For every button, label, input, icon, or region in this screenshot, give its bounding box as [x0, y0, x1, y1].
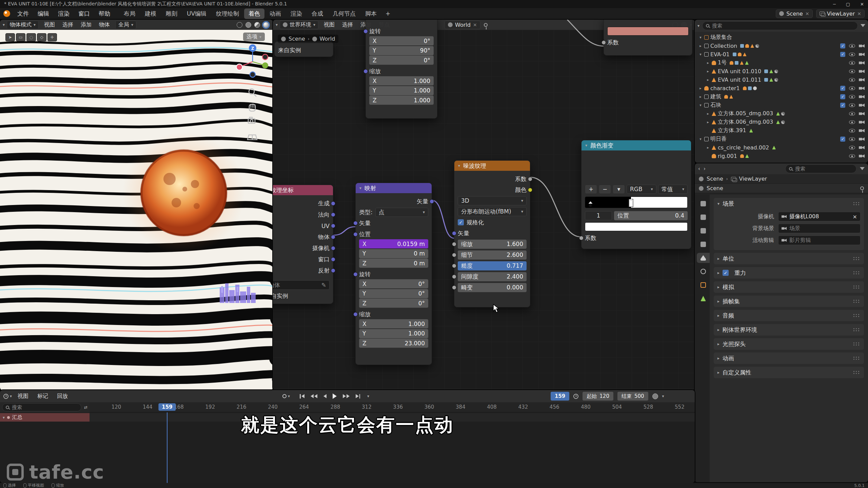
expander-icon[interactable]: ▾ — [697, 52, 704, 57]
eye-visibility-icon[interactable] — [849, 61, 855, 65]
mapping-缩放-Z-slider[interactable]: Z23.000 — [359, 339, 428, 348]
mapping-fragment-缩放-X-slider[interactable]: X1.000 — [369, 76, 434, 85]
expand-icon[interactable]: ▸ — [717, 313, 719, 318]
from-instancer-label[interactable]: 来自实例 — [273, 292, 288, 300]
tweak-tool-icon[interactable]: ➤ — [5, 33, 15, 41]
eye-visibility-icon[interactable] — [849, 120, 855, 124]
output-socket-摄像机[interactable] — [331, 246, 335, 250]
jump-to-end-button[interactable] — [353, 394, 363, 399]
pin-icon[interactable] — [860, 186, 864, 190]
properties-tab-viewlayer[interactable] — [697, 239, 710, 249]
properties-search[interactable]: 搜索 — [785, 164, 856, 173]
mapping-fragment-缩放-input-socket[interactable] — [363, 69, 368, 74]
frame-end-field[interactable]: 结束 500 — [617, 392, 648, 401]
drag-handle-icon[interactable] — [853, 342, 860, 346]
node-texture-coordinate[interactable]: ▾纹理坐标 生成法向UV物体摄像机窗口反射物体✎来自实例 — [273, 185, 333, 304]
color-mode-dropdown[interactable]: RGB▾ — [627, 185, 656, 194]
menu-select[interactable]: 选择 — [339, 21, 356, 28]
workspace-tab-着色[interactable]: 着色 — [244, 8, 264, 19]
drag-handle-icon[interactable] — [853, 370, 860, 374]
mapping-位置-Z-slider[interactable]: Z0 m — [359, 259, 428, 268]
menu-view[interactable]: 视图 — [320, 21, 338, 28]
frame-start-field[interactable]: 起始 120 — [583, 392, 613, 401]
properties-tab-object[interactable] — [697, 280, 710, 290]
editor-type-icon[interactable]: ▾ — [697, 23, 699, 28]
render-visibility-icon[interactable] — [859, 137, 865, 141]
field-value-摄像机[interactable]: 摄像机L008× — [778, 212, 861, 221]
mapping-位置-Y-slider[interactable]: Y0 m — [359, 249, 428, 258]
panel-header-自定义属性[interactable]: ▸自定义属性 — [714, 367, 864, 378]
cursor-tool-icon[interactable]: ✛ — [47, 33, 57, 41]
expand-icon[interactable]: ▸ — [717, 256, 719, 261]
outliner-row-建筑[interactable]: ▸建筑✓ — [695, 93, 868, 101]
workspace-tab-动画[interactable]: 动画 — [265, 8, 285, 19]
panel-checkbox[interactable]: ✓ — [723, 270, 729, 276]
filter-icon[interactable] — [861, 24, 865, 29]
node-mapping-fragment[interactable]: 旋转X0°Y90°Z0°缩放X1.000Y1.000Z1.000 — [366, 20, 437, 119]
render-visibility-icon[interactable] — [859, 44, 865, 48]
expander-icon[interactable]: ▾ — [697, 35, 704, 40]
mapping-位置-X-slider[interactable]: X0.0159 m — [359, 239, 428, 248]
mapping-type-dropdown[interactable]: 点▾ — [375, 208, 428, 217]
workspace-tab-纹理绘制[interactable]: 纹理绘制 — [212, 8, 243, 19]
panel-header-单位[interactable]: ▸单位 — [714, 253, 864, 264]
expand-icon[interactable]: ▸ — [717, 356, 719, 361]
clear-icon[interactable]: × — [853, 214, 857, 220]
outliner-row-1号[interactable]: ▸1号 — [695, 59, 868, 67]
mapping-fragment-旋转-input-socket[interactable] — [363, 29, 368, 34]
eyedropper-icon[interactable]: ✎ — [321, 282, 326, 288]
outliner-row-Collection[interactable]: ▸Collection✓ — [695, 42, 868, 50]
color-ramp-gradient[interactable] — [585, 197, 688, 208]
noise-缩放-slider[interactable]: 缩放1.600 — [458, 240, 527, 249]
eye-visibility-icon[interactable] — [849, 103, 855, 107]
expand-icon[interactable]: ▸ — [717, 285, 719, 289]
render-visibility-icon[interactable] — [859, 69, 865, 73]
expander-icon[interactable]: ▸ — [697, 44, 704, 48]
menu-文件[interactable]: 文件 — [13, 9, 33, 19]
outliner-search[interactable]: 搜索 — [702, 21, 858, 30]
expander-icon[interactable]: ▸ — [705, 61, 711, 65]
vector-input-socket[interactable] — [452, 231, 456, 236]
vector-output-socket[interactable] — [430, 199, 434, 204]
noise-糙度-slider[interactable]: 糙度0.717 — [458, 261, 527, 270]
drag-handle-icon[interactable] — [853, 328, 860, 332]
output-socket-法向[interactable] — [331, 212, 335, 217]
panel-header-光照探头[interactable]: ▸光照探头 — [714, 338, 864, 350]
play-button[interactable] — [330, 393, 339, 399]
viewlayer-remove-icon[interactable]: × — [857, 11, 861, 16]
minimize-button[interactable]: ─ — [833, 2, 836, 7]
noise-间隙度-input-socket[interactable] — [452, 274, 456, 279]
editor-type-icon[interactable] — [3, 394, 8, 399]
workspace-tab-布局[interactable]: 布局 — [119, 8, 140, 19]
mode-dropdown[interactable]: 物体模式▾ — [7, 21, 39, 29]
mapping-缩放-input-socket[interactable] — [353, 312, 358, 317]
outliner-row-立方体.006_dmg.003[interactable]: ▸立方体.006_dmg.003 — [695, 118, 868, 126]
nav-forward-icon[interactable]: › — [704, 166, 706, 172]
eye-visibility-icon[interactable] — [849, 95, 855, 99]
outliner-row-明日香[interactable]: ▾明日香✓ — [695, 135, 868, 143]
eye-visibility-icon[interactable] — [849, 154, 855, 158]
noise-缩放-input-socket[interactable] — [452, 242, 456, 246]
use-preview-range-icon[interactable] — [573, 394, 578, 399]
menu-渲染[interactable]: 渲染 — [54, 9, 74, 19]
properties-tab-world[interactable] — [697, 266, 710, 277]
checkbox-icon[interactable]: ✓ — [840, 137, 845, 142]
outliner-row-立方体.391[interactable]: 立方体.391 — [695, 126, 868, 135]
expander-icon[interactable]: ▸ — [705, 78, 711, 82]
auto-key-icon[interactable] — [282, 394, 287, 398]
select-circle-tool-icon[interactable]: ◌ — [26, 33, 36, 41]
expander-icon[interactable]: ▸ — [697, 95, 704, 99]
scene-selector[interactable]: Scene × — [776, 9, 813, 18]
node-color-ramp-fragment[interactable]: 系数 — [604, 20, 692, 56]
noise-畸变-input-socket[interactable] — [452, 285, 456, 290]
render-visibility-icon[interactable] — [859, 61, 865, 65]
output-socket-生成[interactable] — [331, 201, 335, 206]
mapping-缩放-X-slider[interactable]: X1.000 — [359, 319, 428, 328]
remove-stop-button[interactable]: − — [599, 185, 611, 194]
shading-wireframe-icon[interactable] — [237, 22, 242, 28]
playback-dropdown-icon[interactable]: ▾ — [367, 394, 369, 399]
expander-icon[interactable]: ▾ — [697, 103, 704, 107]
panel-header-刚体世界环境[interactable]: ▸刚体世界环境 — [714, 324, 864, 336]
expand-icon[interactable]: ▸ — [717, 270, 719, 275]
workspace-tab-合成[interactable]: 合成 — [307, 8, 328, 19]
